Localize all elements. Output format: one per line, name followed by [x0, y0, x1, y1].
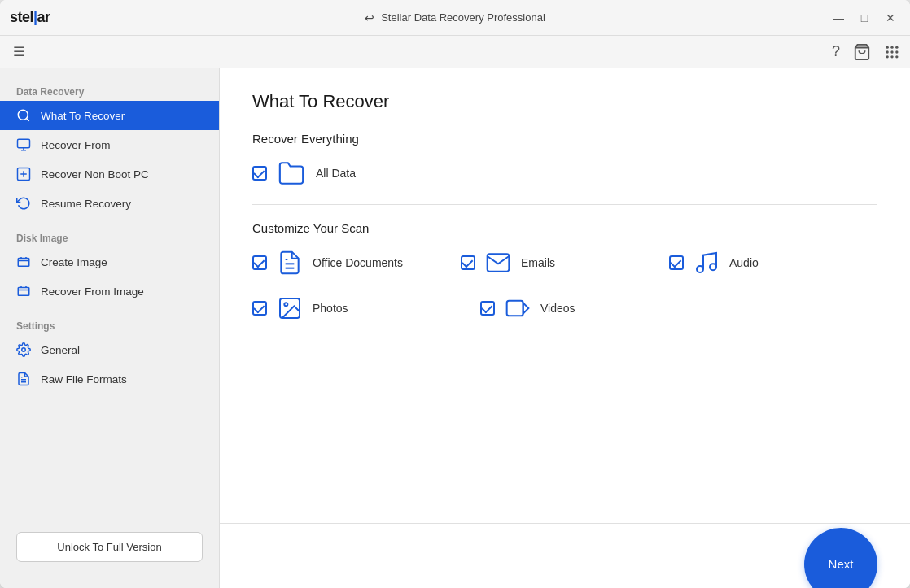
title-bar-actions: — □ ✕	[829, 8, 900, 28]
bottom-bar: Next	[220, 523, 910, 588]
emails-checkbox[interactable]	[461, 255, 475, 270]
create-image-icon	[16, 255, 33, 269]
svg-point-9	[895, 55, 898, 58]
all-data-label: All Data	[316, 167, 356, 180]
videos-icon	[503, 294, 532, 323]
photos-label: Photos	[313, 302, 348, 315]
svg-point-27	[284, 303, 287, 306]
sidebar-section-disk-image: Disk Image	[0, 228, 219, 247]
svg-line-11	[26, 118, 28, 120]
svg-marker-29	[523, 303, 529, 313]
sub-header: ☰ ?	[0, 36, 910, 68]
sidebar-item-label: Resume Recovery	[41, 198, 131, 210]
sidebar-item-label: Create Image	[41, 256, 107, 268]
maximize-button[interactable]: □	[855, 8, 874, 28]
raw-file-formats-icon	[16, 372, 33, 386]
svg-point-3	[895, 46, 898, 48]
office-documents-label: Office Documents	[313, 256, 403, 269]
customize-scan-grid: Office Documents Emails	[252, 248, 877, 323]
right-panel: What To Recover Recover Everything All D…	[220, 68, 910, 588]
sidebar-item-what-to-recover[interactable]: What To Recover	[0, 101, 219, 130]
svg-point-24	[697, 266, 703, 272]
panel-content: What To Recover Recover Everything All D…	[220, 68, 910, 523]
page-title: What To Recover	[252, 91, 877, 112]
customize-row-1: Office Documents Emails	[252, 248, 877, 277]
unlock-button[interactable]: Unlock To Full Version	[16, 532, 203, 562]
recover-from-image-icon	[16, 284, 33, 298]
videos-label: Videos	[540, 302, 575, 315]
audio-item: Audio	[669, 248, 877, 277]
sidebar-item-label: Recover From Image	[41, 285, 144, 298]
close-button[interactable]: ✕	[881, 8, 900, 28]
window-title: Stellar Data Recovery Professional	[381, 11, 545, 24]
office-documents-icon	[275, 248, 304, 277]
sidebar-section-data-recovery: Data Recovery	[0, 81, 219, 101]
svg-point-1	[886, 46, 889, 48]
photos-icon	[275, 294, 304, 323]
cart-button[interactable]	[853, 43, 871, 61]
office-documents-checkbox[interactable]	[252, 255, 267, 270]
emails-icon	[483, 248, 513, 277]
sidebar-item-recover-from-image[interactable]: Recover From Image	[0, 277, 219, 306]
photos-item: Photos	[252, 294, 480, 323]
svg-point-5	[890, 50, 893, 53]
logo: stel|ar	[10, 9, 50, 26]
sidebar-item-recover-from[interactable]: Recover From	[0, 130, 219, 159]
sidebar-item-label: General	[41, 344, 80, 356]
sidebar-item-label: Recover Non Boot PC	[41, 168, 149, 181]
svg-point-18	[22, 348, 26, 352]
audio-checkbox[interactable]	[669, 255, 684, 270]
emails-item: Emails	[461, 248, 669, 277]
customize-row-2: Photos Videos	[252, 294, 877, 323]
minimize-button[interactable]: —	[829, 8, 848, 28]
general-icon	[16, 342, 33, 357]
title-bar-center: ↩ Stellar Data Recovery Professional	[365, 11, 545, 24]
svg-point-10	[18, 110, 28, 120]
recover-everything-label: Recover Everything	[252, 132, 877, 146]
next-button[interactable]: Next	[804, 528, 877, 589]
photos-checkbox[interactable]	[252, 301, 267, 316]
office-documents-item: Office Documents	[252, 248, 461, 277]
audio-label: Audio	[729, 256, 759, 269]
sidebar-item-resume-recovery[interactable]: Resume Recovery	[0, 189, 219, 218]
grid-button[interactable]	[884, 44, 900, 60]
all-data-checkbox[interactable]	[252, 166, 267, 181]
sidebar-item-label: Recover From	[41, 139, 111, 151]
svg-rect-28	[507, 301, 523, 316]
app-window: stel|ar ↩ Stellar Data Recovery Professi…	[0, 0, 910, 588]
sidebar-item-general[interactable]: General	[0, 335, 219, 364]
title-bar: stel|ar ↩ Stellar Data Recovery Professi…	[0, 0, 910, 36]
sidebar: Data Recovery What To Recover Recover Fr…	[0, 68, 220, 588]
divider	[252, 204, 877, 205]
back-icon: ↩	[365, 11, 374, 24]
what-to-recover-icon	[16, 108, 33, 123]
sidebar-item-label: What To Recover	[41, 110, 125, 122]
resume-recovery-icon	[16, 196, 33, 211]
videos-item: Videos	[480, 294, 708, 323]
recover-everything-row: All Data	[252, 159, 877, 188]
menu-button[interactable]: ☰	[10, 41, 28, 63]
help-button[interactable]: ?	[832, 43, 840, 60]
sidebar-item-raw-file-formats[interactable]: Raw File Formats	[0, 364, 219, 394]
svg-point-25	[710, 264, 716, 270]
recover-non-boot-icon	[16, 167, 33, 181]
svg-point-7	[886, 55, 889, 58]
sidebar-item-recover-non-boot[interactable]: Recover Non Boot PC	[0, 159, 219, 189]
svg-point-6	[895, 50, 898, 53]
svg-point-8	[890, 55, 893, 58]
logo-text: stel|ar	[10, 9, 50, 26]
svg-point-4	[886, 50, 889, 53]
svg-point-2	[890, 46, 893, 48]
recover-from-icon	[16, 137, 33, 152]
all-data-icon	[277, 159, 306, 188]
videos-checkbox[interactable]	[480, 301, 495, 316]
sidebar-item-create-image[interactable]: Create Image	[0, 247, 219, 277]
svg-rect-12	[18, 139, 30, 148]
sidebar-section-settings: Settings	[0, 316, 219, 335]
customize-scan-label: Customize Your Scan	[252, 221, 877, 235]
emails-label: Emails	[521, 256, 555, 269]
svg-rect-16	[18, 259, 29, 267]
sidebar-item-label: Raw File Formats	[41, 373, 127, 385]
audio-icon	[692, 248, 721, 277]
sub-header-right: ?	[832, 43, 900, 61]
